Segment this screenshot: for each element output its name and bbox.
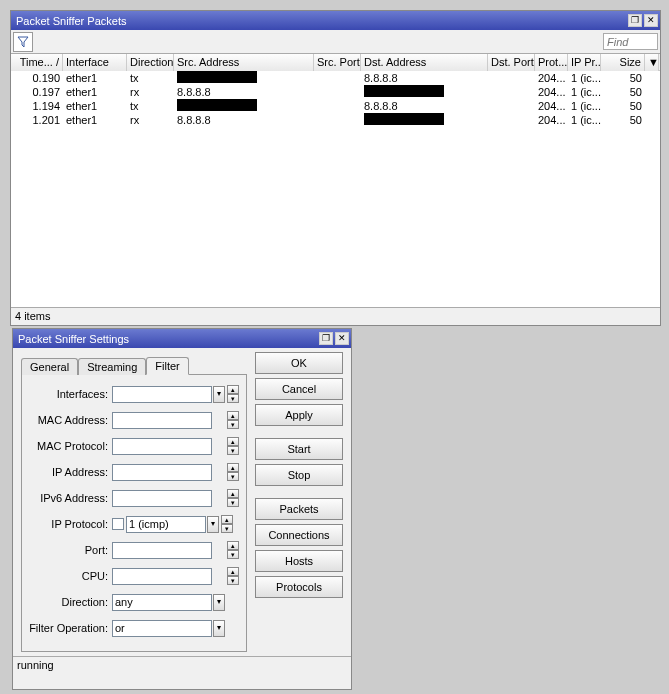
cancel-button[interactable]: Cancel <box>255 378 343 400</box>
interfaces-input[interactable] <box>112 386 212 403</box>
tab-streaming[interactable]: Streaming <box>78 358 146 375</box>
mac-protocol-input[interactable] <box>112 438 212 455</box>
cell: 204... <box>535 113 568 127</box>
col-direction[interactable]: Direction <box>127 54 174 71</box>
protocols-button[interactable]: Protocols <box>255 576 343 598</box>
left-column: General Streaming Filter Interfaces: ▾ ▴… <box>17 352 251 652</box>
cell <box>314 71 361 85</box>
restore-icon[interactable]: ❐ <box>628 14 642 27</box>
close-icon[interactable]: ✕ <box>335 332 349 345</box>
settings-window: Packet Sniffer Settings ❐ ✕ General Stre… <box>12 328 352 690</box>
cell: 50 <box>601 85 645 99</box>
col-dst-address[interactable]: Dst. Address <box>361 54 488 71</box>
cell: rx <box>127 85 174 99</box>
label-mac-protocol: MAC Protocol: <box>26 440 112 452</box>
ok-button[interactable]: OK <box>255 352 343 374</box>
find-input[interactable] <box>603 33 658 50</box>
cell <box>361 85 488 99</box>
cell: 1.201 <box>11 113 63 127</box>
cell: 1 (ic... <box>568 85 601 99</box>
ip-protocol-checkbox[interactable] <box>112 518 124 530</box>
cpu-input[interactable] <box>112 568 212 585</box>
cell: 50 <box>601 113 645 127</box>
filter-button[interactable] <box>13 32 33 52</box>
window-title: Packet Sniffer Settings <box>18 333 317 345</box>
cell <box>488 71 535 85</box>
cell: 1 (ic... <box>568 113 601 127</box>
tabs: General Streaming Filter <box>17 352 251 374</box>
cell <box>488 113 535 127</box>
tab-general[interactable]: General <box>21 358 78 375</box>
label-interfaces: Interfaces: <box>26 388 112 400</box>
col-dst-port[interactable]: Dst. Port <box>488 54 535 71</box>
dropdown-icon[interactable]: ▾ <box>213 594 225 611</box>
table-row[interactable]: 0.197ether1rx8.8.8.8204...1 (ic...50 <box>11 85 660 99</box>
spinners[interactable]: ▴▾ <box>227 463 239 481</box>
cell: 204... <box>535 99 568 113</box>
table-body[interactable]: 0.190ether1tx8.8.8.8204...1 (ic...500.19… <box>11 71 660 307</box>
col-time[interactable]: Time... / <box>11 54 63 71</box>
cell: ether1 <box>63 85 127 99</box>
window-title: Packet Sniffer Packets <box>16 15 626 27</box>
col-src-port[interactable]: Src. Port <box>314 54 361 71</box>
tab-body: Interfaces: ▾ ▴▾ MAC Address: ▾ ▴▾ MAC P… <box>21 374 247 652</box>
ip-protocol-input[interactable] <box>126 516 206 533</box>
dropdown-icon[interactable]: ▾ <box>213 386 225 403</box>
cell <box>488 85 535 99</box>
settings-body: General Streaming Filter Interfaces: ▾ ▴… <box>13 348 351 656</box>
cell: 0.197 <box>11 85 63 99</box>
cell: tx <box>127 71 174 85</box>
col-protocol[interactable]: Prot... <box>535 54 568 71</box>
tab-filter[interactable]: Filter <box>146 357 188 375</box>
table-row[interactable]: 1.201ether1rx8.8.8.8204...1 (ic...50 <box>11 113 660 127</box>
toolbar <box>11 30 660 54</box>
spinners[interactable]: ▴▾ <box>227 437 239 455</box>
cell: tx <box>127 99 174 113</box>
cell <box>174 99 314 113</box>
spinners[interactable]: ▴▾ <box>227 385 239 403</box>
label-port: Port: <box>26 544 112 556</box>
restore-icon[interactable]: ❐ <box>319 332 333 345</box>
col-menu[interactable]: ▼ <box>645 54 659 71</box>
dropdown-icon[interactable]: ▾ <box>207 516 219 533</box>
table-row[interactable]: 1.194ether1tx8.8.8.8204...1 (ic...50 <box>11 99 660 113</box>
close-icon[interactable]: ✕ <box>644 14 658 27</box>
col-ip-protocol[interactable]: IP Pr... <box>568 54 601 71</box>
label-filter-op: Filter Operation: <box>26 622 112 634</box>
connections-button[interactable]: Connections <box>255 524 343 546</box>
cell: 1 (ic... <box>568 99 601 113</box>
spinners[interactable]: ▴▾ <box>227 489 239 507</box>
status-bar: 4 items <box>11 307 660 324</box>
titlebar[interactable]: Packet Sniffer Packets ❐ ✕ <box>11 11 660 30</box>
label-ipv6-address: IPv6 Address: <box>26 492 112 504</box>
start-button[interactable]: Start <box>255 438 343 460</box>
mac-address-input[interactable] <box>112 412 212 429</box>
stop-button[interactable]: Stop <box>255 464 343 486</box>
ip-address-input[interactable] <box>112 464 212 481</box>
spinners[interactable]: ▴▾ <box>227 411 239 429</box>
spinners[interactable]: ▴▾ <box>221 515 233 533</box>
cell: rx <box>127 113 174 127</box>
cell: 0.190 <box>11 71 63 85</box>
col-size[interactable]: Size <box>601 54 645 71</box>
dropdown-icon[interactable]: ▾ <box>213 620 225 637</box>
status-bar: running <box>13 656 351 673</box>
cell <box>314 85 361 99</box>
port-input[interactable] <box>112 542 212 559</box>
titlebar[interactable]: Packet Sniffer Settings ❐ ✕ <box>13 329 351 348</box>
spinners[interactable]: ▴▾ <box>227 567 239 585</box>
spinners[interactable]: ▴▾ <box>227 541 239 559</box>
cell: 1.194 <box>11 99 63 113</box>
apply-button[interactable]: Apply <box>255 404 343 426</box>
ipv6-address-input[interactable] <box>112 490 212 507</box>
col-interface[interactable]: Interface <box>63 54 127 71</box>
cell: 50 <box>601 99 645 113</box>
filter-op-input[interactable] <box>112 620 212 637</box>
cell: 8.8.8.8 <box>174 85 314 99</box>
cell: 1 (ic... <box>568 71 601 85</box>
col-src-address[interactable]: Src. Address <box>174 54 314 71</box>
table-row[interactable]: 0.190ether1tx8.8.8.8204...1 (ic...50 <box>11 71 660 85</box>
hosts-button[interactable]: Hosts <box>255 550 343 572</box>
packets-button[interactable]: Packets <box>255 498 343 520</box>
direction-input[interactable] <box>112 594 212 611</box>
